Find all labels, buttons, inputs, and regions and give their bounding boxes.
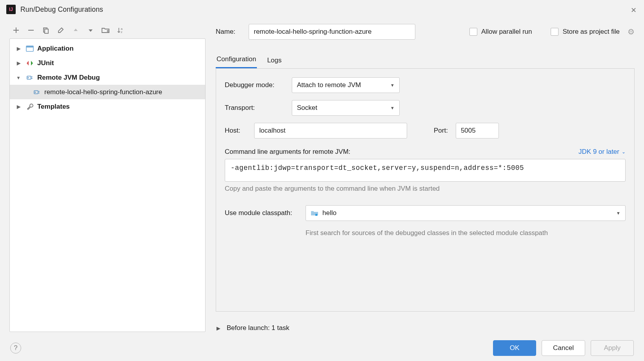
dialog-footer: ? OK Cancel Apply xyxy=(0,335,644,361)
module-classpath-select[interactable]: hello ▼ xyxy=(306,205,626,221)
debugger-mode-select[interactable]: Attach to remote JVM ▼ xyxy=(292,77,400,93)
tree-node-application[interactable]: ▶ Application xyxy=(10,41,205,56)
svg-point-7 xyxy=(28,77,29,78)
cancel-button[interactable]: Cancel xyxy=(542,340,585,356)
sort-button[interactable]: az xyxy=(116,26,125,35)
select-value: Socket xyxy=(297,104,317,112)
chevron-down-icon: ⌄ xyxy=(622,149,626,155)
intellij-icon: IJ xyxy=(6,5,16,14)
tree-label: remote-local-hello-spring-function-azure xyxy=(44,88,162,96)
tree-label: Application xyxy=(37,45,74,53)
copy-config-button[interactable] xyxy=(42,26,50,35)
allow-parallel-label: Allow parallel run xyxy=(481,28,532,36)
jdk-version-link[interactable]: JDK 9 or later ⌄ xyxy=(579,148,626,156)
checkbox-icon xyxy=(551,28,558,36)
transport-select[interactable]: Socket ▼ xyxy=(292,100,400,116)
before-launch-section[interactable]: ▶ Before launch: 1 task xyxy=(216,324,635,332)
tree-node-templates[interactable]: ▶ Templates xyxy=(10,99,205,114)
chevron-right-icon: ▶ xyxy=(15,60,22,66)
config-panel: Debugger mode: Attach to remote JVM ▼ Tr… xyxy=(216,68,635,312)
host-input[interactable] xyxy=(254,123,407,139)
move-down-button[interactable] xyxy=(86,26,95,35)
host-label: Host: xyxy=(225,127,246,135)
svg-text:z: z xyxy=(121,30,122,34)
svg-rect-10 xyxy=(315,214,317,216)
store-as-file-checkbox[interactable]: Store as project file xyxy=(551,28,620,36)
tree-toolbar: az xyxy=(9,22,206,38)
cmdline-hint: Copy and paste the arguments to the comm… xyxy=(225,185,626,193)
tree-label: Remote JVM Debug xyxy=(37,74,100,82)
add-config-button[interactable] xyxy=(12,26,20,35)
chevron-right-icon: ▶ xyxy=(216,325,221,331)
close-icon[interactable]: ✕ xyxy=(631,6,638,13)
ok-button[interactable]: OK xyxy=(493,340,536,356)
store-as-file-label: Store as project file xyxy=(562,28,620,36)
cmdline-value[interactable]: -agentlib:jdwp=transport=dt_socket,serve… xyxy=(225,159,626,182)
allow-parallel-checkbox[interactable]: Allow parallel run xyxy=(469,28,532,36)
config-tree[interactable]: ▶ Application ▶ JUnit ▾ Remote JVM Debug… xyxy=(9,38,206,332)
tree-node-remote-jvm-debug[interactable]: ▾ Remote JVM Debug xyxy=(10,70,205,85)
remote-plug-icon xyxy=(33,88,41,96)
svg-point-9 xyxy=(35,91,36,93)
port-input[interactable] xyxy=(456,123,499,139)
tree-label: Templates xyxy=(37,103,70,111)
svg-rect-5 xyxy=(26,46,33,47)
transport-label: Transport: xyxy=(225,104,286,112)
name-input[interactable] xyxy=(249,24,415,40)
port-label: Port: xyxy=(434,127,448,135)
chevron-down-icon: ▾ xyxy=(15,75,22,80)
chevron-right-icon: ▶ xyxy=(15,46,22,51)
checkbox-icon xyxy=(469,28,477,36)
chevron-down-icon: ▼ xyxy=(390,83,395,88)
before-launch-label: Before launch: 1 task xyxy=(227,324,289,332)
cmdline-label: Command line arguments for remote JVM: xyxy=(225,148,350,156)
chevron-down-icon: ▼ xyxy=(390,106,395,110)
window-title: Run/Debug Configurations xyxy=(20,5,631,14)
move-up-button[interactable] xyxy=(71,26,80,35)
wrench-icon xyxy=(25,103,34,111)
svg-rect-1 xyxy=(45,29,48,33)
folder-button[interactable] xyxy=(101,26,110,35)
apply-button[interactable]: Apply xyxy=(591,340,634,356)
titlebar: IJ Run/Debug Configurations ✕ xyxy=(0,0,644,19)
help-button[interactable]: ? xyxy=(10,343,21,354)
remote-plug-icon xyxy=(25,74,34,82)
debugger-mode-label: Debugger mode: xyxy=(225,81,286,89)
tree-node-remote-config[interactable]: remote-local-hello-spring-function-azure xyxy=(10,85,205,99)
tree-label: JUnit xyxy=(37,59,54,67)
gear-icon[interactable]: ⚙ xyxy=(628,27,635,36)
module-hint: First search for sources of the debugged… xyxy=(306,228,626,238)
tab-configuration[interactable]: Configuration xyxy=(216,55,257,68)
app-window-icon xyxy=(25,45,34,53)
tabs: Configuration Logs xyxy=(216,53,635,68)
remove-config-button[interactable] xyxy=(27,26,35,35)
edit-template-button[interactable] xyxy=(56,26,65,35)
chevron-right-icon: ▶ xyxy=(15,104,22,109)
select-value: Attach to remote JVM xyxy=(297,81,361,89)
tree-node-junit[interactable]: ▶ JUnit xyxy=(10,56,205,70)
tab-logs[interactable]: Logs xyxy=(266,57,282,68)
folder-icon xyxy=(311,210,318,216)
chevron-down-icon: ▼ xyxy=(616,211,620,215)
module-classpath-label: Use module classpath: xyxy=(225,209,299,217)
junit-icon xyxy=(25,59,34,67)
select-value: hello xyxy=(322,209,616,217)
name-label: Name: xyxy=(216,28,243,36)
